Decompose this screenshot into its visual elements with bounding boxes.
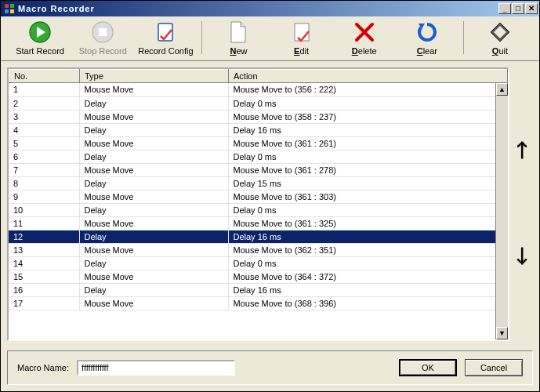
cell-action: Delay 16 ms <box>228 230 508 243</box>
cell-action: Delay 15 ms <box>228 176 508 190</box>
table-row[interactable]: 6DelayDelay 0 ms <box>9 150 508 163</box>
toolbar: Start Record Stop Record Record Config N… <box>1 16 539 61</box>
toolbar-separator <box>463 21 464 54</box>
cell-type: Mouse Move <box>79 163 228 176</box>
cell-action: Mouse Move to (362 : 351) <box>228 243 508 256</box>
record-config-button[interactable]: Record Config <box>134 20 197 56</box>
stop-record-button: Stop Record <box>71 20 134 56</box>
table-row[interactable]: 9Mouse MoveMouse Move to (361 : 303) <box>9 190 508 203</box>
table-row[interactable]: 1Mouse MoveMouse Move to (356 : 222) <box>9 83 508 96</box>
svg-rect-6 <box>99 28 107 36</box>
svg-rect-1 <box>10 4 14 8</box>
cell-no: 13 <box>9 243 79 256</box>
table-row[interactable]: 2DelayDelay 0 ms <box>9 96 508 110</box>
cell-type: Delay <box>79 283 228 296</box>
cell-type: Mouse Move <box>79 190 228 203</box>
col-type[interactable]: Type <box>80 70 229 83</box>
scroll-down-button[interactable]: ▼ <box>496 327 508 339</box>
quit-button[interactable]: Quit <box>469 20 531 56</box>
cell-no: 10 <box>9 203 79 216</box>
new-file-icon <box>207 20 270 45</box>
table-row[interactable]: 11Mouse MoveMouse Move to (361 : 325) <box>9 216 508 230</box>
cell-action: Delay 0 ms <box>228 150 508 163</box>
cell-no: 3 <box>9 110 79 123</box>
svg-rect-3 <box>10 9 14 13</box>
table-row[interactable]: 15Mouse MoveMouse Move to (364 : 372) <box>9 270 508 283</box>
cell-action: Mouse Move to (361 : 278) <box>228 163 508 176</box>
cell-no: 9 <box>9 190 79 203</box>
cell-no: 6 <box>9 150 79 163</box>
scroll-up-button[interactable]: ▲ <box>496 83 508 96</box>
clear-button[interactable]: Clear <box>396 20 458 56</box>
cell-action: Mouse Move to (364 : 372) <box>228 270 508 283</box>
table-row[interactable]: 17Mouse MoveMouse Move to (368 : 396) <box>9 296 508 310</box>
cell-no: 2 <box>9 96 79 110</box>
table-row[interactable]: 4DelayDelay 16 ms <box>9 123 508 136</box>
cell-no: 4 <box>9 123 79 136</box>
cell-no: 15 <box>9 270 79 283</box>
minimize-button[interactable]: _ <box>498 3 511 14</box>
table-row[interactable]: 12DelayDelay 16 ms <box>9 230 508 243</box>
cell-type: Mouse Move <box>79 83 228 96</box>
toolbar-separator <box>201 21 202 54</box>
cell-no: 7 <box>9 163 79 176</box>
cell-action: Delay 0 ms <box>228 203 508 216</box>
table-row[interactable]: 16DelayDelay 16 ms <box>9 283 508 296</box>
play-icon <box>9 20 71 45</box>
col-no[interactable]: No. <box>9 70 80 83</box>
titlebar[interactable]: Macro Recorder _ □ ✕ <box>1 1 539 16</box>
clear-icon <box>396 20 458 45</box>
start-record-button[interactable]: Start Record <box>9 20 71 56</box>
cell-type: Delay <box>79 176 228 190</box>
cell-type: Delay <box>79 230 228 243</box>
maximize-button[interactable]: □ <box>512 3 524 14</box>
table-row[interactable]: 14DelayDelay 0 ms <box>9 256 508 270</box>
cell-type: Delay <box>79 123 228 136</box>
quit-icon <box>469 20 531 45</box>
table-row[interactable]: 13Mouse MoveMouse Move to (362 : 351) <box>9 243 508 256</box>
edit-button[interactable]: Edit <box>270 20 333 56</box>
cell-type: Mouse Move <box>79 216 228 230</box>
table-row[interactable]: 8DelayDelay 15 ms <box>9 176 508 190</box>
ok-button[interactable]: OK <box>399 359 457 376</box>
cell-type: Delay <box>79 150 228 163</box>
move-up-button[interactable]: 🡑 <box>513 141 533 162</box>
cell-type: Delay <box>79 96 228 110</box>
new-button[interactable]: New <box>207 20 270 56</box>
cell-action: Mouse Move to (361 : 325) <box>228 216 508 230</box>
table-row[interactable]: 7Mouse MoveMouse Move to (361 : 278) <box>9 163 508 176</box>
content-area: No. Type Action 1Mouse MoveMouse Move to… <box>1 61 539 347</box>
cell-no: 11 <box>9 216 79 230</box>
cell-no: 17 <box>9 296 79 310</box>
scroll-track[interactable] <box>496 96 508 327</box>
cell-action: Mouse Move to (358 : 237) <box>228 110 508 123</box>
stop-icon <box>71 20 134 45</box>
cancel-button[interactable]: Cancel <box>465 359 523 376</box>
table-row[interactable]: 10DelayDelay 0 ms <box>9 203 508 216</box>
cell-action: Mouse Move to (361 : 303) <box>228 190 508 203</box>
cell-no: 8 <box>9 176 79 190</box>
cell-action: Mouse Move to (368 : 396) <box>228 296 508 310</box>
col-action[interactable]: Action <box>229 70 508 83</box>
macro-name-input[interactable] <box>77 360 234 376</box>
cell-no: 12 <box>9 230 79 243</box>
delete-icon <box>333 20 396 45</box>
macro-table[interactable]: No. Type Action 1Mouse MoveMouse Move to… <box>7 67 509 341</box>
cell-action: Mouse Move to (361 : 261) <box>228 136 508 150</box>
cell-action: Delay 16 ms <box>228 123 508 136</box>
cell-type: Mouse Move <box>79 110 228 123</box>
cell-no: 16 <box>9 283 79 296</box>
close-button[interactable]: ✕ <box>525 3 538 14</box>
table-row[interactable]: 3Mouse MoveMouse Move to (358 : 237) <box>9 110 508 123</box>
table-row[interactable]: 5Mouse MoveMouse Move to (361 : 261) <box>9 136 508 150</box>
cell-type: Delay <box>79 256 228 270</box>
cell-no: 14 <box>9 256 79 270</box>
bottom-panel: Macro Name: OK Cancel <box>7 350 533 385</box>
svg-rect-2 <box>5 9 9 13</box>
cell-action: Mouse Move to (356 : 222) <box>228 83 508 96</box>
app-icon <box>4 3 15 14</box>
cell-action: Delay 0 ms <box>228 96 508 110</box>
move-down-button[interactable]: 🡓 <box>513 247 533 267</box>
delete-button[interactable]: Delete <box>333 20 396 56</box>
vertical-scrollbar[interactable]: ▲ ▼ <box>495 83 508 339</box>
